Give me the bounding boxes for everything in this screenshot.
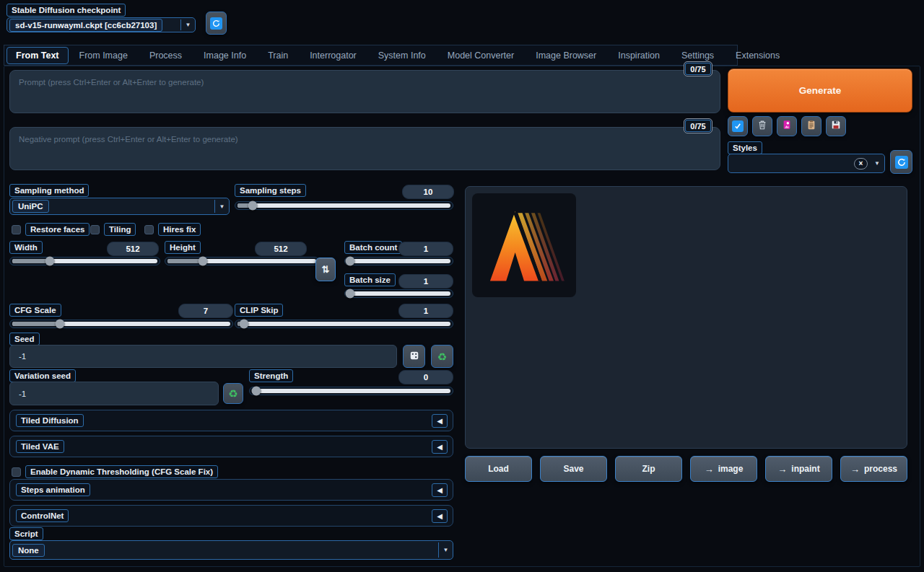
trash-icon — [757, 120, 767, 133]
width-value[interactable]: 512 — [107, 242, 159, 256]
clipboard-icon — [806, 120, 816, 133]
height-label: Height — [165, 241, 201, 254]
dice-icon — [409, 351, 419, 363]
sampling-method-dropdown[interactable]: UniPC ▼ — [9, 198, 230, 215]
tab-model-converter[interactable]: Model Converter — [437, 48, 525, 63]
collapse-arrow-icon[interactable]: ◀ — [432, 483, 448, 497]
chevron-down-icon[interactable]: ▼ — [214, 200, 229, 213]
cfg-scale-label: CFG Scale — [9, 304, 61, 317]
cfg-scale-value[interactable]: 7 — [178, 304, 233, 318]
batch-size-value[interactable]: 1 — [398, 274, 453, 289]
height-slider[interactable] — [165, 257, 319, 265]
sampling-method-value[interactable]: UniPC — [12, 200, 49, 213]
random-seed-button[interactable] — [403, 345, 425, 368]
tab-image-browser[interactable]: Image Browser — [525, 48, 607, 63]
clip-skip-slider[interactable] — [235, 320, 453, 328]
checkpoint-dropdown[interactable]: sd-v15-runwayml.ckpt [cc6cb27103] ▼ — [6, 17, 196, 32]
send-to-process-button[interactable]: →process — [840, 456, 907, 482]
strength-slider[interactable] — [249, 387, 453, 395]
reuse-variation-seed-button[interactable]: ♻ — [223, 383, 243, 404]
width-label: Width — [9, 241, 43, 254]
height-value[interactable]: 512 — [255, 242, 307, 256]
script-value[interactable]: None — [12, 544, 45, 557]
paste-params-button[interactable] — [728, 116, 748, 136]
sampling-steps-label: Sampling steps — [235, 184, 306, 197]
extra-networks-button[interactable] — [777, 116, 797, 136]
tab-extensions[interactable]: Extensions — [725, 48, 790, 63]
strength-value[interactable]: 0 — [398, 370, 453, 384]
controlnet-accordion[interactable]: ControlNet ◀ — [9, 505, 453, 527]
collapse-arrow-icon[interactable]: ◀ — [432, 440, 448, 454]
batch-count-label: Batch count — [344, 241, 402, 254]
tab-from-text[interactable]: From Text — [6, 47, 69, 64]
arrow-right-icon: → — [705, 464, 714, 475]
dynamic-thresholding-checkbox[interactable] — [12, 467, 21, 477]
batch-count-value[interactable]: 1 — [398, 242, 453, 256]
arrow-right-icon: → — [850, 464, 860, 475]
output-buttons-row: Load Save Zip →image →inpaint →process — [465, 456, 907, 482]
check-icon — [732, 120, 744, 132]
collapse-arrow-icon[interactable]: ◀ — [432, 414, 448, 428]
restore-faces-checkbox[interactable] — [12, 225, 21, 234]
collapse-arrow-icon[interactable]: ◀ — [432, 509, 448, 523]
load-button[interactable]: Load — [465, 456, 532, 482]
tab-interrogator[interactable]: Interrogator — [299, 48, 367, 63]
tab-train[interactable]: Train — [257, 48, 299, 63]
tab-process[interactable]: Process — [139, 48, 193, 63]
checkpoint-value[interactable]: sd-v15-runwayml.ckpt [cc6cb27103] — [9, 19, 162, 32]
restore-faces-option: Restore faces — [12, 223, 90, 236]
prompt-input[interactable] — [9, 70, 720, 113]
quick-buttons-row — [728, 116, 846, 136]
tiled-diffusion-title: Tiled Diffusion — [16, 414, 84, 427]
tiling-option: Tiling — [90, 223, 136, 236]
steps-animation-title: Steps animation — [16, 483, 90, 496]
apply-style-button[interactable] — [801, 116, 821, 136]
hires-fix-option: Hires fix — [144, 223, 201, 236]
hires-fix-checkbox[interactable] — [144, 225, 154, 234]
sampling-steps-value[interactable]: 10 — [402, 185, 454, 199]
clip-skip-value[interactable]: 1 — [398, 304, 453, 318]
batch-size-label: Batch size — [344, 273, 396, 286]
dynamic-thresholding-label: Enable Dynamic Thresholding (CFG Scale F… — [25, 465, 218, 478]
width-slider[interactable] — [9, 257, 160, 265]
tiled-diffusion-accordion[interactable]: Tiled Diffusion ◀ — [9, 410, 453, 431]
send-to-image-button[interactable]: →image — [690, 456, 757, 482]
chevron-down-icon[interactable]: ▼ — [180, 19, 195, 30]
negative-prompt-input[interactable] — [9, 127, 720, 170]
tab-image-info[interactable]: Image Info — [193, 48, 257, 63]
cfg-scale-slider[interactable] — [9, 320, 233, 328]
zip-button[interactable]: Zip — [615, 456, 682, 482]
tab-inspiration[interactable]: Inspiration — [607, 48, 671, 63]
reuse-seed-button[interactable]: ♻ — [431, 345, 453, 368]
tab-from-image[interactable]: From Image — [69, 48, 139, 63]
swap-width-height-button[interactable]: ⇅ — [315, 258, 336, 281]
refresh-icon — [895, 156, 908, 169]
script-label: Script — [9, 527, 43, 540]
batch-size-slider[interactable] — [344, 289, 453, 298]
chevron-down-icon[interactable]: ▼ — [438, 542, 453, 558]
batch-count-slider[interactable] — [344, 257, 453, 265]
save-style-button[interactable] — [826, 116, 846, 136]
seed-input[interactable] — [9, 345, 397, 368]
styles-label: Styles — [728, 141, 762, 154]
variation-seed-label: Variation seed — [9, 369, 76, 382]
styles-dropdown[interactable]: × ▼ — [728, 154, 885, 173]
script-dropdown[interactable]: None ▼ — [9, 540, 453, 560]
main-tabs: From Text From Image Process Image Info … — [4, 45, 738, 66]
save-button[interactable]: Save — [540, 456, 607, 482]
styles-clear-button[interactable]: × — [854, 158, 868, 170]
dynamic-thresholding-option: Enable Dynamic Thresholding (CFG Scale F… — [12, 465, 218, 478]
tab-system-info[interactable]: System Info — [367, 48, 437, 63]
styles-refresh-button[interactable] — [890, 150, 912, 174]
sampling-steps-slider[interactable] — [235, 201, 453, 210]
checkpoint-refresh-button[interactable] — [206, 12, 227, 35]
clear-prompt-button[interactable] — [752, 116, 772, 136]
preview-logo-tile[interactable] — [472, 193, 576, 297]
chevron-down-icon[interactable]: ▼ — [870, 156, 884, 171]
generate-button[interactable]: Generate — [728, 69, 912, 113]
tiled-vae-accordion[interactable]: Tiled VAE ◀ — [9, 436, 453, 457]
variation-seed-input[interactable] — [9, 382, 219, 405]
send-to-inpaint-button[interactable]: →inpaint — [765, 456, 832, 482]
tiling-checkbox[interactable] — [90, 225, 100, 234]
steps-animation-accordion[interactable]: Steps animation ◀ — [9, 479, 453, 501]
